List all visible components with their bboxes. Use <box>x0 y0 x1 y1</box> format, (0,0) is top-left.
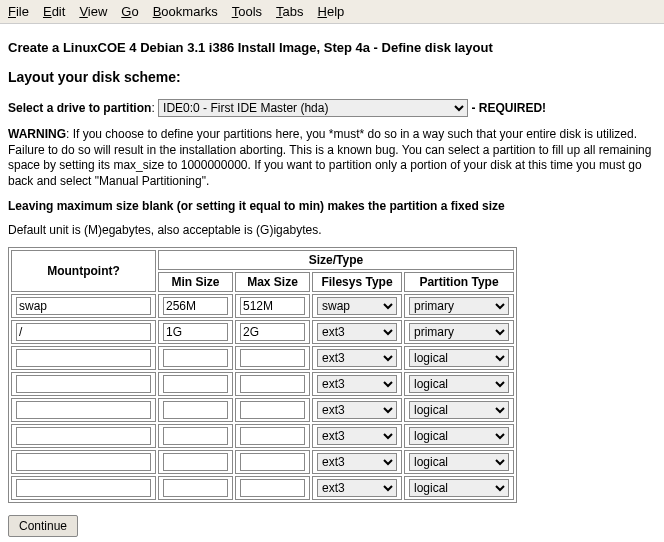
table-row: ext3logical <box>11 372 514 396</box>
parttype-select[interactable]: primary <box>409 323 509 341</box>
parttype-select[interactable]: logical <box>409 427 509 445</box>
minsize-input[interactable] <box>163 401 228 419</box>
th-sizetype: Size/Type <box>158 250 514 270</box>
table-row: ext3logical <box>11 424 514 448</box>
minsize-input[interactable] <box>163 323 228 341</box>
minsize-input[interactable] <box>163 375 228 393</box>
th-pt: Partition Type <box>404 272 514 292</box>
maxsize-input[interactable] <box>240 427 305 445</box>
warning-paragraph: WARNING: If you choose to define your pa… <box>8 127 656 189</box>
page-title: Create a LinuxCOE 4 Debian 3.1 i386 Inst… <box>8 40 656 55</box>
parttype-select[interactable]: logical <box>409 479 509 497</box>
page-subtitle: Layout your disk scheme: <box>8 69 656 85</box>
continue-button[interactable]: Continue <box>8 515 78 537</box>
menu-file[interactable]: File <box>8 4 29 19</box>
th-min: Min Size <box>158 272 233 292</box>
parttype-select[interactable]: logical <box>409 375 509 393</box>
minsize-input[interactable] <box>163 427 228 445</box>
mountpoint-input[interactable] <box>16 427 151 445</box>
table-row: ext3logical <box>11 450 514 474</box>
table-row: swapprimary <box>11 294 514 318</box>
filesys-select[interactable]: ext3 <box>317 427 397 445</box>
mountpoint-input[interactable] <box>16 401 151 419</box>
menu-view[interactable]: View <box>79 4 107 19</box>
filesys-select[interactable]: ext3 <box>317 479 397 497</box>
warning-text: : If you choose to define your partition… <box>8 127 651 188</box>
table-row: ext3logical <box>11 398 514 422</box>
table-row: ext3logical <box>11 476 514 500</box>
maxsize-input[interactable] <box>240 479 305 497</box>
parttype-select[interactable]: logical <box>409 401 509 419</box>
filesys-select[interactable]: ext3 <box>317 349 397 367</box>
menu-go[interactable]: Go <box>121 4 138 19</box>
menu-edit[interactable]: Edit <box>43 4 65 19</box>
mountpoint-input[interactable] <box>16 453 151 471</box>
table-row: ext3primary <box>11 320 514 344</box>
unit-note: Default unit is (M)egabytes, also accept… <box>8 223 656 237</box>
drive-select[interactable]: IDE0:0 - First IDE Master (hda) <box>158 99 468 117</box>
maxsize-input[interactable] <box>240 375 305 393</box>
mountpoint-input[interactable] <box>16 349 151 367</box>
required-label: - REQUIRED! <box>471 101 546 115</box>
maxsize-input[interactable] <box>240 349 305 367</box>
parttype-select[interactable]: logical <box>409 453 509 471</box>
filesys-select[interactable]: ext3 <box>317 453 397 471</box>
partition-table: Mountpoint? Size/Type Min Size Max Size … <box>8 247 517 503</box>
th-fs: Filesys Type <box>312 272 402 292</box>
th-max: Max Size <box>235 272 310 292</box>
mountpoint-input[interactable] <box>16 323 151 341</box>
maxsize-input[interactable] <box>240 323 305 341</box>
filesys-select[interactable]: ext3 <box>317 375 397 393</box>
maxsize-input[interactable] <box>240 453 305 471</box>
menu-bookmarks[interactable]: Bookmarks <box>153 4 218 19</box>
parttype-select[interactable]: logical <box>409 349 509 367</box>
content: Create a LinuxCOE 4 Debian 3.1 i386 Inst… <box>0 24 664 542</box>
drive-select-row: Select a drive to partition: IDE0:0 - Fi… <box>8 99 656 117</box>
drive-label: Select a drive to partition <box>8 101 151 115</box>
menu-tabs[interactable]: Tabs <box>276 4 303 19</box>
warning-label: WARNING <box>8 127 66 141</box>
menu-help[interactable]: Help <box>318 4 345 19</box>
minsize-input[interactable] <box>163 479 228 497</box>
maxsize-input[interactable] <box>240 297 305 315</box>
mountpoint-input[interactable] <box>16 297 151 315</box>
fixed-size-note: Leaving maximum size blank (or setting i… <box>8 199 656 213</box>
mountpoint-input[interactable] <box>16 479 151 497</box>
minsize-input[interactable] <box>163 297 228 315</box>
table-row: ext3logical <box>11 346 514 370</box>
parttype-select[interactable]: primary <box>409 297 509 315</box>
mountpoint-input[interactable] <box>16 375 151 393</box>
filesys-select[interactable]: ext3 <box>317 323 397 341</box>
filesys-select[interactable]: swap <box>317 297 397 315</box>
minsize-input[interactable] <box>163 349 228 367</box>
th-mountpoint: Mountpoint? <box>11 250 156 292</box>
menubar: FileEditViewGoBookmarksToolsTabsHelp <box>0 0 664 24</box>
filesys-select[interactable]: ext3 <box>317 401 397 419</box>
maxsize-input[interactable] <box>240 401 305 419</box>
menu-tools[interactable]: Tools <box>232 4 262 19</box>
minsize-input[interactable] <box>163 453 228 471</box>
